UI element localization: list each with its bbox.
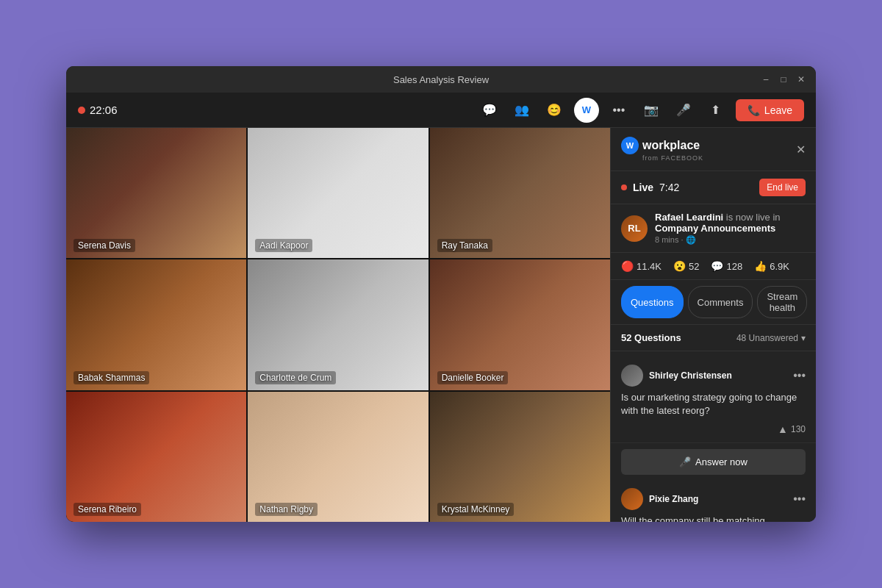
live-bar: Live 7:42 End live [611, 171, 816, 204]
panel-header: W workplace from FACEBOOK ✕ [611, 128, 816, 171]
minimize-button[interactable]: – [760, 74, 772, 85]
share-button[interactable]: ⬆ [703, 98, 728, 123]
titlebar: Sales Analysis Review – □ ✕ [66, 66, 816, 93]
wp-sub: from FACEBOOK [642, 154, 703, 162]
streamer-meta: 8 mins · 🌐 [655, 235, 806, 245]
q-votes-1: ▲ 130 [778, 423, 806, 435]
q-footer-1: ▲ 130 [621, 423, 806, 435]
leave-button[interactable]: 📞 Leave [736, 99, 804, 121]
participant-name-4: Babak Shammas [74, 371, 149, 384]
main-content: Serena Davis Aadi Kapoor Ray Tanaka Baba… [66, 128, 816, 522]
stats-row: 🔴 11.4K 😮 52 💬 128 👍 6.9K [611, 253, 816, 280]
camera-button[interactable]: 📷 [639, 98, 664, 123]
q-card-header-2: Pixie Zhang ••• [621, 488, 806, 510]
wp-icon: W [621, 137, 639, 154]
vote-count-1: 130 [791, 424, 806, 434]
window-title: Sales Analysis Review [393, 74, 489, 85]
q-avatar-2 [621, 488, 643, 510]
tab-stream-health[interactable]: Stream health [757, 286, 807, 318]
video-cell-5: Charlotte de Crum [248, 259, 428, 390]
q-author-2: Pixie Zhang [649, 494, 787, 504]
reactions-button[interactable]: 😊 [542, 98, 567, 123]
workplace-button[interactable]: W [574, 98, 599, 123]
stat-wow: 😮 52 [673, 260, 699, 272]
mic-icon: 🎤 [679, 456, 691, 467]
people-button[interactable]: 👥 [509, 98, 534, 123]
end-live-button[interactable]: End live [759, 179, 806, 196]
chevron-down-icon: ▾ [801, 333, 806, 343]
video-cell-9: Krystal McKinney [430, 392, 610, 522]
maximize-button[interactable]: □ [778, 74, 789, 85]
stat-views: 🔴 11.4K [621, 260, 662, 272]
streamer-name: Rafael Leardini is now live in Company A… [655, 212, 806, 234]
video-cell-4: Babak Shammas [66, 259, 246, 390]
q-author-1: Shirley Christensen [649, 370, 787, 381]
video-cell-8: Nathan Rigby [248, 392, 428, 522]
tab-questions[interactable]: Questions [621, 286, 684, 318]
stat-likes-count: 6.9K [770, 261, 789, 272]
workplace-logo: W workplace from FACEBOOK [621, 137, 703, 162]
questions-list: Shirley Christensen ••• Is our marketing… [611, 351, 816, 522]
participant-name-5: Charlotte de Crum [255, 371, 336, 384]
question-card-2: Pixie Zhang ••• Will the company still b… [611, 481, 816, 522]
participant-name-8: Nathan Rigby [255, 503, 318, 516]
video-cell-1: Serena Davis [66, 128, 246, 258]
panel-close-button[interactable]: ✕ [796, 143, 806, 157]
streamer-info: RL Rafael Leardini is now live in Compan… [611, 204, 816, 253]
questions-header: 52 Questions 48 Unanswered ▾ [611, 325, 816, 351]
stat-comments-count: 128 [726, 261, 742, 272]
video-cell-6: Danielle Booker [430, 259, 610, 390]
topbar: 22:06 💬 👥 😊 W ••• 📷 🎤 ⬆ 📞 Leave [66, 93, 816, 128]
streamer-details: Rafael Leardini is now live in Company A… [655, 212, 806, 245]
phone-icon: 📞 [747, 104, 760, 116]
participant-name-2: Aadi Kapoor [255, 239, 312, 252]
video-cell-3: Ray Tanaka [430, 128, 610, 258]
main-window: Sales Analysis Review – □ ✕ 22:06 💬 👥 😊 … [66, 66, 816, 522]
stat-likes: 👍 6.9K [754, 260, 789, 272]
participant-name-7: Serena Ribeiro [74, 503, 141, 516]
stat-comments: 💬 128 [711, 260, 742, 272]
tab-bar: Questions Comments Stream health [611, 280, 816, 325]
q-text-1: Is our marketing strategy going to chang… [621, 391, 806, 417]
video-grid: Serena Davis Aadi Kapoor Ray Tanaka Baba… [66, 128, 610, 522]
live-indicator [621, 184, 627, 190]
upvote-icon-1[interactable]: ▲ [778, 423, 788, 435]
mic-button[interactable]: 🎤 [671, 98, 696, 123]
streamer-avatar: RL [621, 215, 648, 242]
call-timer: 22:06 [78, 104, 118, 116]
stat-views-count: 11.4K [637, 261, 662, 272]
participant-name-9: Krystal McKinney [437, 503, 514, 516]
q-avatar-1 [621, 365, 643, 387]
q-more-button-2[interactable]: ••• [793, 492, 806, 506]
more-button[interactable]: ••• [606, 98, 631, 123]
topbar-controls: 💬 👥 😊 W ••• 📷 🎤 ⬆ 📞 Leave [477, 98, 804, 123]
stat-wow-count: 52 [689, 261, 699, 272]
window-controls: – □ ✕ [760, 74, 807, 85]
live-label: Live [633, 182, 653, 193]
questions-count: 52 Questions [621, 332, 681, 343]
wp-name: workplace [642, 139, 700, 152]
video-cell-2: Aadi Kapoor [248, 128, 428, 258]
participant-name-6: Danielle Booker [437, 371, 509, 384]
q-more-button-1[interactable]: ••• [793, 369, 806, 382]
live-time: 7:42 [659, 182, 679, 193]
q-text-2: Will the company still be matching emplo… [621, 514, 806, 522]
participant-name-1: Serena Davis [74, 239, 135, 252]
sidebar-panel: W workplace from FACEBOOK ✕ Live 7:42 En… [610, 128, 816, 522]
record-dot [78, 107, 85, 114]
question-card-1: Shirley Christensen ••• Is our marketing… [611, 357, 816, 443]
answer-now-button-1[interactable]: 🎤 Answer now [621, 449, 806, 475]
participant-name-3: Ray Tanaka [437, 239, 492, 252]
unanswered-filter[interactable]: 48 Unanswered ▾ [736, 333, 806, 343]
chat-button[interactable]: 💬 [477, 98, 502, 123]
video-cell-7: Serena Ribeiro [66, 392, 246, 522]
tab-comments[interactable]: Comments [688, 286, 753, 318]
close-button[interactable]: ✕ [795, 74, 807, 85]
q-card-header-1: Shirley Christensen ••• [621, 365, 806, 387]
